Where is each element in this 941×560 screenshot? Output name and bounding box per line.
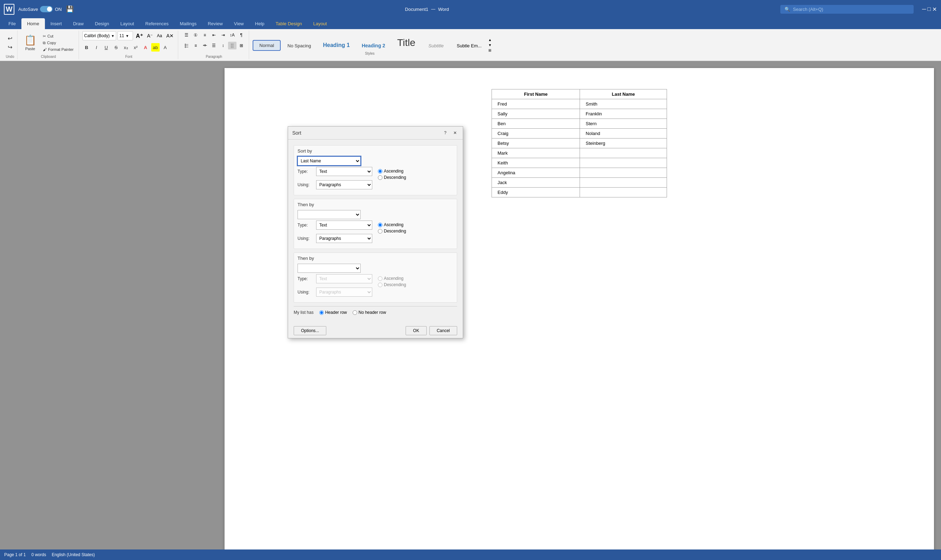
line-spacing-button[interactable]: ↕	[219, 42, 227, 49]
redo-button[interactable]: ↪	[6, 43, 14, 51]
tab-layout[interactable]: Layout	[115, 18, 140, 29]
underline-button[interactable]: U	[102, 43, 111, 52]
borders-button[interactable]: ⊞	[237, 42, 246, 49]
descending-radio-input-2[interactable]	[378, 229, 382, 234]
tab-insert[interactable]: Insert	[45, 18, 68, 29]
descending-radio-input-3[interactable]	[378, 283, 382, 287]
maximize-icon[interactable]: □	[927, 6, 931, 12]
tab-view[interactable]: View	[228, 18, 249, 29]
no-header-row-radio[interactable]: No header row	[353, 310, 386, 315]
tab-mailings[interactable]: Mailings	[174, 18, 202, 29]
style-subtle-em-button[interactable]: Subtle Em...	[451, 41, 487, 51]
styles-scroll-down[interactable]: ▼	[488, 43, 492, 47]
cut-button[interactable]: ✂ Cut	[41, 33, 76, 39]
style-heading1-button[interactable]: Heading 1	[318, 40, 355, 51]
ascending-radio-2[interactable]: Ascending	[378, 222, 406, 227]
autosave-toggle[interactable]	[40, 6, 52, 12]
font-size-dropdown-icon[interactable]: ▼	[126, 34, 129, 38]
tab-table-layout[interactable]: Layout	[308, 18, 333, 29]
shading-button[interactable]: ░	[228, 42, 237, 49]
font-size-selector[interactable]: 11 ▼	[117, 31, 133, 40]
descending-radio-3[interactable]: Descending	[378, 282, 406, 287]
change-case-button[interactable]: Aa	[156, 32, 163, 39]
tab-file[interactable]: File	[3, 18, 22, 29]
copy-button[interactable]: ⧉ Copy	[41, 40, 76, 46]
tab-design[interactable]: Design	[89, 18, 115, 29]
increase-indent-button[interactable]: ⇥	[219, 31, 227, 39]
strikethrough-button[interactable]: S	[112, 43, 120, 52]
descending-radio-2[interactable]: Descending	[378, 229, 406, 234]
ascending-radio-3[interactable]: Ascending	[378, 276, 406, 281]
ascending-radio-input-3[interactable]	[378, 276, 382, 281]
table-row: Eddy	[492, 188, 667, 197]
ok-button[interactable]: OK	[406, 326, 426, 335]
subscript-button[interactable]: x₂	[122, 43, 130, 52]
superscript-button[interactable]: x²	[132, 43, 140, 52]
then-using-dropdown-2[interactable]: Paragraphs	[316, 288, 372, 297]
minimize-icon[interactable]: ─	[922, 6, 926, 12]
cancel-button[interactable]: Cancel	[430, 326, 457, 335]
then-using-dropdown-1[interactable]: Paragraphs	[316, 234, 372, 243]
ascending-radio-input-1[interactable]	[378, 169, 382, 174]
shrink-font-button[interactable]: A⁻	[146, 32, 154, 39]
sort-type-dropdown[interactable]: Text Number Date	[316, 167, 372, 176]
multilevel-list-button[interactable]: ≡	[201, 31, 209, 39]
search-input[interactable]	[793, 7, 909, 12]
then-by-dropdown-1[interactable]: Last Name First Name	[297, 210, 361, 219]
options-button[interactable]: Options...	[294, 326, 326, 335]
styles-scroll-up[interactable]: ▲	[488, 38, 492, 42]
italic-button[interactable]: I	[92, 43, 101, 52]
then-type-dropdown-1[interactable]: Text Number Date	[316, 220, 372, 230]
style-heading2-button[interactable]: Heading 2	[356, 40, 391, 51]
format-painter-button[interactable]: 🖌 Format Painter	[41, 47, 76, 52]
bold-button[interactable]: B	[82, 43, 91, 52]
header-row-radio[interactable]: Header row	[319, 310, 347, 315]
show-formatting-button[interactable]: ¶	[237, 31, 246, 39]
clear-format-button[interactable]: A✕	[165, 32, 175, 39]
tab-review[interactable]: Review	[202, 18, 228, 29]
style-no-spacing-button[interactable]: No Spacing	[282, 41, 316, 51]
sort-button[interactable]: ↕A	[228, 31, 237, 39]
ascending-radio-input-2[interactable]	[378, 223, 382, 227]
style-normal-button[interactable]: Normal	[253, 40, 281, 51]
descending-radio-1[interactable]: Descending	[378, 175, 406, 180]
tab-home[interactable]: Home	[22, 18, 45, 29]
tab-help[interactable]: Help	[249, 18, 270, 29]
align-right-button[interactable]: ⬲	[201, 42, 209, 49]
descending-radio-input-1[interactable]	[378, 175, 382, 180]
sort-using-dropdown[interactable]: Paragraphs Field	[316, 180, 372, 189]
no-header-row-radio-input[interactable]	[353, 310, 357, 315]
align-left-button[interactable]: ⬱	[182, 42, 191, 49]
numbering-button[interactable]: ①	[192, 31, 200, 39]
style-title-button[interactable]: Title	[392, 35, 421, 51]
text-color-button[interactable]: A	[142, 43, 150, 52]
font-color-button[interactable]: A	[161, 43, 169, 52]
dialog-close-button[interactable]: ✕	[451, 129, 459, 136]
font-family-dropdown-icon[interactable]: ▼	[111, 34, 114, 38]
align-center-button[interactable]: ≡	[192, 42, 200, 49]
close-icon[interactable]: ✕	[932, 6, 937, 12]
then-type-dropdown-2[interactable]: Text	[316, 274, 372, 283]
undo-button[interactable]: ↩	[6, 34, 14, 42]
styles-expand[interactable]: ⊞	[488, 48, 492, 52]
tab-table-design[interactable]: Table Design	[270, 18, 308, 29]
sort-by-dropdown[interactable]: Last Name First Name	[297, 156, 361, 166]
paste-button[interactable]: 📋 Paste	[21, 32, 39, 54]
grow-font-button[interactable]: A⁺	[134, 32, 144, 40]
search-box[interactable]: 🔍	[780, 5, 913, 14]
highlight-button[interactable]: ab	[151, 43, 160, 52]
save-icon[interactable]: 💾	[66, 5, 74, 13]
styles-scroll: ▲ ▼ ⊞	[487, 37, 493, 54]
header-row-radio-input[interactable]	[319, 310, 324, 315]
bullets-button[interactable]: ☰	[182, 31, 191, 39]
decrease-indent-button[interactable]: ⇤	[210, 31, 218, 39]
dialog-help-button[interactable]: ?	[442, 129, 449, 136]
tab-draw[interactable]: Draw	[67, 18, 89, 29]
tab-references[interactable]: References	[140, 18, 174, 29]
justify-button[interactable]: ☰	[210, 42, 218, 49]
style-subtitle-button[interactable]: Subtitle	[422, 41, 450, 51]
font-family-selector[interactable]: Calibri (Body) ▼	[82, 31, 117, 40]
ascending-radio-1[interactable]: Ascending	[378, 169, 406, 174]
then-by-dropdown-2[interactable]: Last Name First Name	[297, 264, 361, 273]
descending-label-1: Descending	[384, 175, 406, 180]
